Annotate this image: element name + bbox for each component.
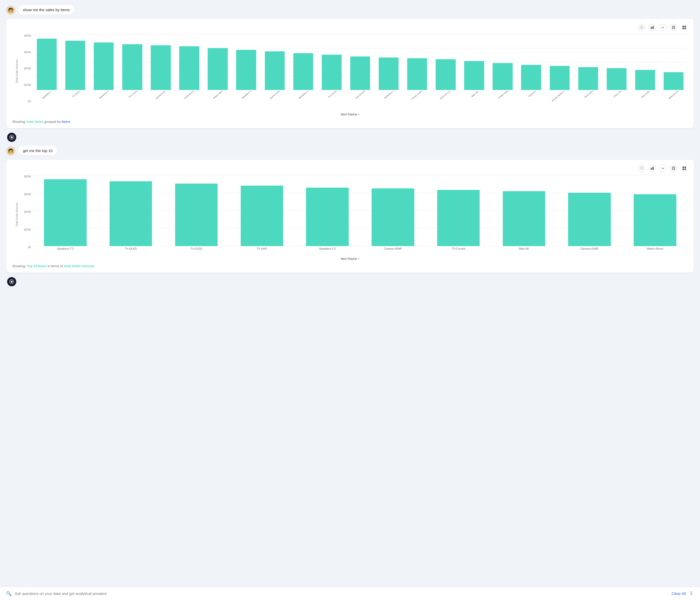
bar-group[interactable] bbox=[90, 34, 118, 90]
x-axis-title-1[interactable]: Item Name ▾ bbox=[12, 112, 688, 116]
svg-rect-21 bbox=[684, 169, 686, 170]
chart-toolbar-1: ⓘ ✏ bbox=[12, 24, 688, 31]
showing-text-2: Showing: Top 10 Items in terms of total … bbox=[12, 264, 688, 268]
bar[interactable] bbox=[306, 188, 349, 246]
bar[interactable] bbox=[664, 72, 683, 90]
bar-group[interactable] bbox=[295, 175, 360, 246]
bar-group[interactable] bbox=[546, 34, 574, 90]
bar[interactable] bbox=[634, 194, 676, 246]
bar[interactable] bbox=[109, 181, 152, 246]
bar[interactable] bbox=[37, 39, 57, 90]
edit-icon-2[interactable]: ✏ bbox=[659, 165, 667, 172]
bar[interactable] bbox=[607, 68, 627, 90]
bar[interactable] bbox=[208, 48, 227, 90]
svg-rect-9 bbox=[684, 28, 686, 29]
bar-group[interactable] bbox=[32, 175, 98, 246]
x-label: Webcam-480P bbox=[662, 91, 688, 109]
bar-group[interactable] bbox=[491, 175, 557, 246]
x-label: Camera-37MP bbox=[178, 91, 210, 109]
bar-group[interactable] bbox=[489, 34, 517, 90]
bar-group[interactable] bbox=[346, 34, 374, 90]
bar-group[interactable] bbox=[574, 34, 602, 90]
bar-group[interactable] bbox=[318, 34, 346, 90]
bar-chart-icon-2[interactable] bbox=[649, 165, 656, 172]
bar[interactable] bbox=[407, 58, 427, 90]
bar-group[interactable] bbox=[403, 34, 431, 90]
bar-group[interactable] bbox=[232, 34, 260, 90]
bar[interactable] bbox=[578, 67, 598, 90]
bar-group[interactable] bbox=[659, 34, 688, 90]
bar-group[interactable] bbox=[622, 175, 688, 246]
x-label: Speakers-7.2 bbox=[32, 247, 98, 255]
bar[interactable] bbox=[436, 59, 455, 90]
bar[interactable] bbox=[350, 56, 370, 90]
x-label: PS4-Pro bbox=[520, 91, 552, 109]
bar[interactable] bbox=[503, 191, 546, 246]
bar-group[interactable] bbox=[360, 175, 426, 246]
bar[interactable] bbox=[379, 57, 399, 90]
bar-group[interactable] bbox=[517, 34, 546, 90]
user-bubble-1: show me the sales by items bbox=[18, 5, 74, 15]
bar-group[interactable] bbox=[602, 34, 631, 90]
bar[interactable] bbox=[550, 66, 570, 90]
bar-group[interactable] bbox=[289, 34, 318, 90]
bar[interactable] bbox=[293, 53, 313, 90]
bar-chart-icon-1[interactable] bbox=[649, 24, 656, 31]
save-icon-2[interactable] bbox=[670, 165, 677, 172]
grid-icon-1[interactable] bbox=[681, 24, 688, 31]
bar[interactable] bbox=[151, 45, 171, 90]
bar[interactable] bbox=[437, 190, 480, 246]
bar-group[interactable] bbox=[98, 175, 164, 246]
bar[interactable] bbox=[372, 189, 414, 246]
x-axis-title-2[interactable]: Item Name ▾ bbox=[12, 257, 688, 260]
bar[interactable] bbox=[236, 50, 256, 90]
bar-group[interactable] bbox=[426, 175, 491, 246]
bar-group[interactable] bbox=[204, 34, 232, 90]
save-icon-1[interactable] bbox=[670, 24, 677, 31]
y-axis-title-1: Total Order Amount bbox=[15, 34, 18, 109]
bar[interactable] bbox=[322, 55, 342, 90]
microphone-icon[interactable]: 🎙 bbox=[689, 591, 694, 596]
clear-all-button[interactable]: Clear All bbox=[672, 591, 686, 596]
bar[interactable] bbox=[65, 41, 85, 90]
bar[interactable] bbox=[175, 183, 218, 246]
edit-icon-1[interactable]: ✏ bbox=[659, 24, 667, 31]
bar-group[interactable] bbox=[229, 175, 295, 246]
bar-group[interactable] bbox=[431, 34, 460, 90]
chevron-down-icon-2: ▾ bbox=[358, 257, 359, 260]
bar-group[interactable] bbox=[175, 34, 203, 90]
bar-group[interactable] bbox=[61, 34, 90, 90]
bar[interactable] bbox=[493, 63, 512, 90]
x-label: Camera-45MP bbox=[360, 247, 426, 255]
bar-group[interactable] bbox=[557, 175, 622, 246]
search-input[interactable] bbox=[15, 591, 669, 596]
x-label: TV-UHD bbox=[229, 247, 295, 255]
x-label: Watch-45mm bbox=[622, 247, 688, 255]
bar[interactable] bbox=[122, 44, 142, 90]
bar-group[interactable] bbox=[118, 34, 146, 90]
info-icon-1[interactable]: ⓘ bbox=[638, 24, 645, 31]
bar[interactable] bbox=[94, 43, 114, 90]
bar-group[interactable] bbox=[374, 34, 403, 90]
chart-1-bars-container bbox=[32, 34, 688, 90]
bar-group[interactable] bbox=[631, 34, 659, 90]
bar-group[interactable] bbox=[460, 34, 488, 90]
user-avatar-1: 🧑 bbox=[6, 6, 15, 15]
bar[interactable] bbox=[635, 70, 655, 90]
bar[interactable] bbox=[521, 65, 541, 90]
bar[interactable] bbox=[464, 61, 484, 90]
bar[interactable] bbox=[265, 51, 285, 90]
grid-icon-2[interactable] bbox=[681, 165, 688, 172]
bar-group[interactable] bbox=[146, 34, 175, 90]
bar[interactable] bbox=[44, 179, 87, 246]
bottom-bar: 🔍 Clear All 🎙 bbox=[0, 587, 700, 600]
bar[interactable] bbox=[241, 185, 283, 246]
y-axis-title-2: Total Order Amount bbox=[15, 175, 18, 255]
bar[interactable] bbox=[179, 46, 199, 90]
info-icon-2[interactable]: ⓘ bbox=[638, 165, 645, 172]
user-message-2: 🧑 get me the top 10 bbox=[6, 146, 694, 156]
bar-group[interactable] bbox=[260, 34, 289, 90]
bar[interactable] bbox=[568, 193, 611, 246]
bar-group[interactable] bbox=[32, 34, 61, 90]
bar-group[interactable] bbox=[164, 175, 229, 246]
